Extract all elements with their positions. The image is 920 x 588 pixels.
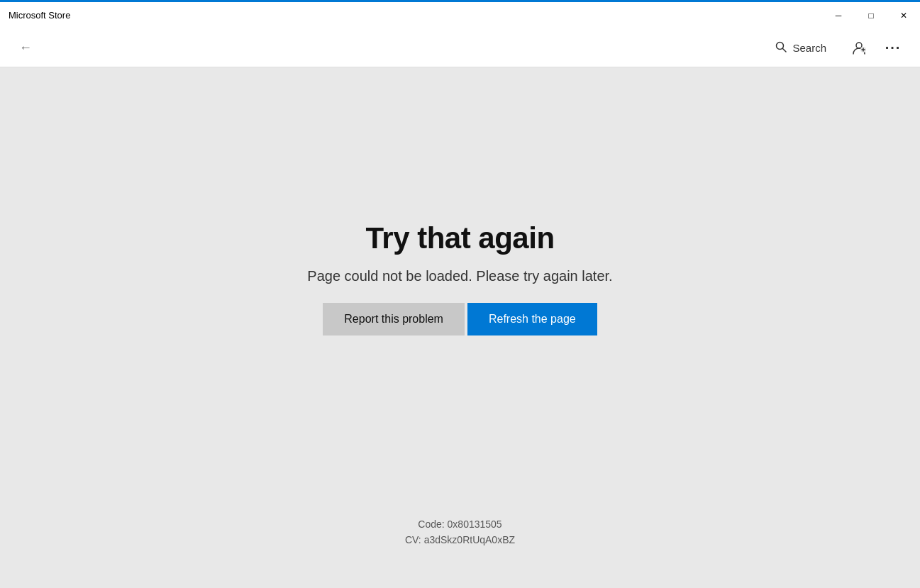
button-row: Report this problem Refresh the page: [323, 303, 597, 335]
search-button[interactable]: Search: [761, 35, 841, 60]
more-button[interactable]: ···: [877, 32, 909, 63]
error-cv: CV: a3dSkz0RtUqA0xBZ: [405, 534, 515, 545]
error-title: Try that again: [365, 221, 554, 255]
error-codes: Code: 0x80131505 CV: a3dSkz0RtUqA0xBZ: [405, 518, 515, 545]
more-icon: ···: [885, 40, 902, 56]
main-content: Try that again Page could not be loaded.…: [0, 67, 920, 588]
search-label: Search: [792, 42, 826, 54]
nav-bar: ← Search ···: [0, 28, 920, 67]
minimize-button[interactable]: ─: [822, 1, 855, 30]
title-bar: Microsoft Store ─ □ ✕: [0, 0, 920, 28]
title-bar-controls: ─ □ ✕: [822, 1, 920, 30]
nav-right: Search ···: [761, 32, 909, 63]
maximize-button[interactable]: □: [855, 1, 887, 30]
back-button[interactable]: ←: [11, 33, 40, 62]
search-icon: [775, 41, 787, 55]
app-title: Microsoft Store: [9, 10, 70, 21]
user-button[interactable]: [843, 32, 875, 63]
error-container: Try that again Page could not be loaded.…: [307, 221, 612, 335]
svg-point-2: [856, 43, 862, 48]
close-button[interactable]: ✕: [887, 1, 920, 30]
nav-left: ←: [11, 33, 40, 62]
error-subtitle: Page could not be loaded. Please try aga…: [307, 268, 612, 284]
refresh-page-button[interactable]: Refresh the page: [467, 303, 597, 335]
svg-line-1: [783, 48, 787, 52]
title-bar-left: Microsoft Store: [9, 10, 70, 21]
report-problem-button[interactable]: Report this problem: [323, 303, 465, 335]
error-code: Code: 0x80131505: [405, 518, 515, 530]
